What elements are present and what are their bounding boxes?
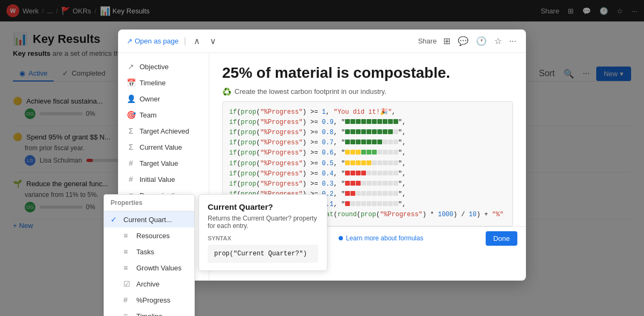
prop-label: Timeline — [136, 312, 163, 317]
modal-heading: 25% of material is compostable. — [209, 53, 526, 87]
sidebar-timeline-label: Timeline — [140, 79, 166, 87]
prop-icon: ≡ — [123, 263, 132, 272]
properties-panel: Properties ✓ Current Quart... ≡ Resource… — [104, 194, 195, 316]
open-as-page-button[interactable]: ↗ Open as page — [127, 37, 179, 45]
sidebar-item-current-value[interactable]: Σ Current Value — [118, 139, 209, 155]
objective-icon: ↗ — [127, 62, 135, 71]
tooltip-title: Current Quarter? — [208, 202, 318, 211]
initial-value-icon: # — [127, 175, 135, 183]
toolbar-sep: | — [184, 36, 186, 46]
modal-bottom-right: Learn more about formulas — [339, 234, 423, 242]
done-button[interactable]: Done — [486, 231, 517, 246]
grid-view-button[interactable]: ⊞ — [442, 35, 451, 47]
prop-item-growth-values[interactable]: ≡ Growth Values — [104, 260, 194, 276]
check-icon: ✓ — [111, 215, 119, 224]
sidebar-owner-label: Owner — [140, 95, 160, 103]
current-value-icon: Σ — [127, 143, 135, 151]
sidebar-item-target-value[interactable]: # Target Value — [118, 155, 209, 171]
modal-toolbar-right: Share ⊞ 💬 🕐 ☆ ··· — [418, 35, 517, 47]
prop-label: Archive — [136, 280, 159, 288]
prop-icon: # — [123, 296, 132, 304]
prop-label: Growth Values — [136, 264, 181, 272]
sidebar-current-value-label: Current Value — [140, 143, 182, 151]
prop-item-tasks[interactable]: ≡ Tasks — [104, 244, 194, 260]
team-icon: 🎯 — [127, 111, 135, 119]
owner-icon: 👤 — [127, 94, 135, 103]
sidebar-item-target-achieved[interactable]: Σ Target Achieved — [118, 123, 209, 139]
target-value-icon: # — [127, 159, 135, 167]
modal-toolbar: ↗ Open as page | ∧ ∨ Share ⊞ 💬 🕐 ☆ ··· — [118, 30, 526, 53]
modal-more-button[interactable]: ··· — [508, 35, 517, 47]
sidebar-item-owner[interactable]: 👤 Owner — [118, 91, 209, 107]
prop-label: Current Quart... — [123, 216, 172, 224]
help-link[interactable]: Learn more about formulas — [346, 234, 423, 242]
sidebar-item-timeline[interactable]: 📅 Timeline — [118, 75, 209, 91]
prop-item-archive[interactable]: ☑ Archive — [104, 276, 194, 292]
prop-icon: ☑ — [123, 280, 132, 288]
modal-share-button[interactable]: Share — [418, 37, 437, 45]
sidebar-team-label: Team — [140, 111, 157, 119]
sidebar-objective-label: Objective — [140, 63, 169, 71]
dot-indicator — [339, 236, 343, 240]
prop-item-resources[interactable]: ≡ Resources — [104, 227, 194, 244]
nav-down-button[interactable]: ∨ — [208, 35, 218, 47]
prop-icon: ≡ — [123, 312, 132, 316]
objective-row-icon: ♻️ — [222, 87, 231, 96]
prop-item-timeline[interactable]: ≡ Timeline — [104, 308, 194, 316]
tooltip-panel: Current Quarter? Returns the Current Qua… — [199, 194, 327, 271]
target-achieved-icon: Σ — [127, 127, 135, 135]
sidebar-item-team[interactable]: 🎯 Team — [118, 107, 209, 123]
prop-label: %Progress — [136, 296, 171, 304]
prop-icon: ≡ — [123, 231, 132, 240]
favorite-button[interactable]: ☆ — [493, 35, 503, 47]
timeline-icon: 📅 — [127, 78, 135, 87]
sidebar-target-achieved-label: Target Achieved — [140, 127, 189, 135]
tooltip-code: prop("Current Quarter?") — [208, 245, 318, 263]
modal-objective-row: ♻️ Create the lowest carbon footprint in… — [209, 87, 526, 101]
open-as-page-label: Open as page — [135, 37, 179, 45]
prop-icon: ≡ — [123, 247, 132, 256]
sidebar-initial-value-label: Initial Value — [140, 175, 175, 183]
modal-overlay[interactable]: ↗ Open as page | ∧ ∨ Share ⊞ 💬 🕐 ☆ ··· ↗… — [0, 0, 644, 316]
objective-row-text: Create the lowest carbon footprint in ou… — [235, 87, 386, 95]
sidebar-target-value-label: Target Value — [140, 159, 178, 167]
external-link-icon: ↗ — [127, 37, 133, 45]
properties-header: Properties — [104, 195, 194, 211]
tooltip-syntax-label: Syntax — [208, 235, 318, 241]
history-button[interactable]: 🕐 — [475, 35, 488, 47]
prop-label: Tasks — [136, 248, 154, 256]
prop-item-current-quarter[interactable]: ✓ Current Quart... — [104, 211, 194, 227]
nav-up-button[interactable]: ∧ — [192, 35, 202, 47]
prop-item-progress[interactable]: # %Progress — [104, 292, 194, 308]
tooltip-description: Returns the Current Quarter? property fo… — [208, 215, 318, 230]
comment-button[interactable]: 💬 — [457, 35, 470, 47]
sidebar-item-objective[interactable]: ↗ Objective — [118, 58, 209, 75]
sidebar-item-initial-value[interactable]: # Initial Value — [118, 171, 209, 187]
prop-label: Resources — [136, 232, 170, 240]
